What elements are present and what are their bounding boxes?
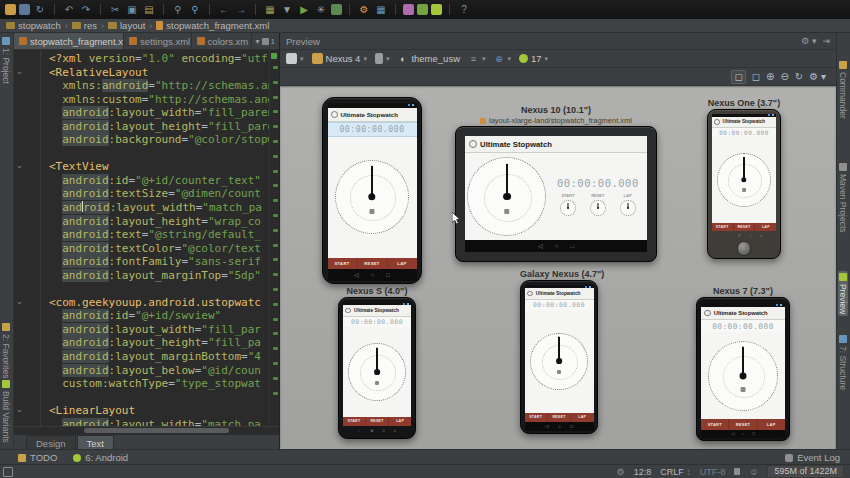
code-line[interactable]: android:textColor="@color/text (49, 242, 269, 256)
find-icon[interactable]: ⚲ (171, 3, 185, 17)
code-line[interactable]: android:background="@color/stopw (49, 133, 269, 147)
code-line[interactable]: xmlns:android="http://schemas.an (49, 79, 269, 93)
code-area[interactable]: <?xml version="1.0" encoding="utf-<Relat… (41, 50, 269, 426)
stripe-tab-maven-projects[interactable]: Maven Projects (838, 161, 848, 235)
breadcrumb-item[interactable]: stopwatch_fragment.xml (156, 20, 269, 31)
error-stripe[interactable] (269, 50, 279, 426)
back-icon[interactable]: ← (217, 3, 231, 17)
stripe-tab-1-project[interactable]: 1: Project (1, 35, 11, 86)
breadcrumb-item[interactable]: res (72, 20, 97, 31)
redo-icon[interactable]: ↷ (79, 3, 93, 17)
device-nexus-s[interactable]: Nexus S (4.0")Ultimate Stopwatch00:00:00… (338, 286, 416, 439)
fold-marker-icon[interactable]: ⌄ (16, 298, 23, 306)
code-line[interactable]: android:layout_width="match_pa (49, 418, 269, 426)
code-line[interactable]: android:layout_width="fill_par (49, 323, 269, 337)
caret-position[interactable]: 12:8 (634, 467, 652, 477)
device-monitor-icon[interactable] (403, 4, 414, 15)
sync-icon[interactable]: ↻ (33, 3, 47, 17)
sdk-manager-icon[interactable] (431, 4, 442, 15)
preview-gear-icon[interactable]: ⚙ ▾ (801, 36, 816, 46)
code-line[interactable]: custom:watchType="type_stopwat (49, 377, 269, 391)
code-line[interactable]: android:layout_marginBottom="4 (49, 350, 269, 364)
code-line[interactable]: <?xml version="1.0" encoding="utf- (49, 52, 269, 66)
preview-canvas[interactable]: Ultimate Stopwatch00:00:00.000STARTRESET… (280, 86, 836, 450)
event-log-button[interactable]: Event Log (785, 452, 840, 463)
encoding-indicator[interactable]: UTF-8 (700, 467, 726, 477)
code-line[interactable]: android:layout_below="@id/coun (49, 364, 269, 378)
help-icon[interactable]: ? (457, 3, 471, 17)
stripe-tab-build-variants[interactable]: Build Variants (1, 378, 11, 445)
cut-icon[interactable]: ✂ (108, 3, 122, 17)
paste-icon[interactable]: ▤ (142, 3, 156, 17)
preview-settings-gear-icon[interactable]: ⚙ ▾ (809, 72, 826, 82)
code-line[interactable]: android:layout_width="match_pa (49, 201, 269, 215)
editor-tab-stopwatch_fragment-xml[interactable]: stopwatch_fragment.xml× (14, 33, 124, 49)
orientation-selector[interactable]: ▾ (375, 53, 390, 64)
editor-tab-colors-xm[interactable]: colors.xm× (192, 33, 252, 49)
locale-selector[interactable]: ⊕ ▾ (494, 53, 512, 64)
tab-list-controls[interactable]: ▾1 (252, 33, 279, 49)
attach-debugger-icon[interactable] (331, 4, 342, 15)
horizontal-scrollbar[interactable] (14, 426, 279, 434)
layout-config-selector[interactable]: ▾ (286, 53, 304, 64)
avd-manager-icon[interactable] (417, 4, 428, 15)
activity-selector[interactable]: ≡ ▾ (468, 53, 486, 64)
scrollbar-thumb[interactable] (84, 428, 229, 433)
todo-toolwindow-button[interactable]: TODO (18, 452, 57, 463)
stripe-tab-preview[interactable]: Preview (838, 271, 848, 316)
code-line[interactable] (49, 282, 269, 296)
hide-panel-icon[interactable]: ⇥ (822, 36, 830, 46)
zoom-fit-icon[interactable]: ◻ (731, 70, 745, 84)
device-nexus-7[interactable]: Nexus 7 (7.3")Ultimate Stopwatch00:00:00… (696, 286, 790, 441)
code-line[interactable]: android:id="@+id/swview" (49, 309, 269, 323)
memory-indicator[interactable]: 595M of 1422M (767, 465, 844, 478)
refresh-icon[interactable]: ↻ (795, 72, 803, 82)
copy-icon[interactable]: ▣ (125, 3, 139, 17)
code-line[interactable]: <LinearLayout (49, 404, 269, 418)
code-line[interactable]: android:textSize="@dimen/count (49, 187, 269, 201)
code-line[interactable]: <TextView (49, 160, 269, 174)
save-icon[interactable] (19, 4, 30, 15)
breadcrumb-item[interactable]: layout (108, 20, 145, 31)
stripe-tab-2-favorites[interactable]: 2: Favorites (1, 321, 11, 380)
fold-marker-icon[interactable]: ⌄ (16, 68, 23, 76)
project-structure-icon[interactable]: ▦ (374, 3, 388, 17)
device-selector[interactable]: Nexus 4 ▾ (312, 53, 367, 64)
code-line[interactable]: android:layout_height="fill_pare (49, 120, 269, 134)
run-dropdown-icon[interactable]: ▼ (280, 3, 294, 17)
code-line[interactable]: android:layout_width="fill_paren (49, 106, 269, 120)
coverage-icon[interactable]: ✳ (314, 3, 328, 17)
code-line[interactable]: <RelativeLayout (49, 66, 269, 80)
code-line[interactable]: xmlns:custom="http://schemas.and (49, 93, 269, 107)
api-version-selector[interactable]: 17 ▾ (519, 53, 548, 64)
editor[interactable]: ⌄⌄⌄⌄ <?xml version="1.0" encoding="utf-<… (14, 50, 279, 426)
code-line[interactable] (49, 391, 269, 405)
readonly-lock-icon[interactable] (734, 468, 740, 475)
line-ending-selector[interactable]: CRLF ↕ (660, 467, 691, 477)
tab-design[interactable]: Design (26, 435, 76, 450)
code-line[interactable]: android:text="@string/default_ (49, 228, 269, 242)
replace-icon[interactable]: ⚲ (188, 3, 202, 17)
code-line[interactable] (49, 147, 269, 161)
code-line[interactable]: android:id="@+id/counter_text" (49, 174, 269, 188)
zoom-actual-icon[interactable]: ◻ (752, 72, 760, 82)
fold-marker-icon[interactable]: ⌄ (16, 406, 23, 414)
run-icon[interactable]: ▶ (297, 3, 311, 17)
android-toolwindow-button[interactable]: 6: Android (73, 452, 128, 463)
code-line[interactable]: android:layout_marginTop="5dp" (49, 269, 269, 283)
editor-tab-settings-xml[interactable]: settings.xml× (124, 33, 192, 49)
theme-selector[interactable]: ◐ theme_usw (397, 53, 460, 64)
tab-text[interactable]: Text (77, 435, 114, 450)
code-line[interactable]: <com.geekyouup.android.ustopwatc (49, 296, 269, 310)
run-config-icon[interactable]: ▦ (263, 3, 277, 17)
code-line[interactable]: android:layout_height="wrap_co (49, 215, 269, 229)
device-nexus-10[interactable]: Nexus 10 (10.1")layout-xlarge-land/stopw… (455, 105, 657, 262)
inspections-hector-icon[interactable]: ☺ (749, 467, 758, 477)
undo-icon[interactable]: ↶ (62, 3, 76, 17)
device-nexus-one[interactable]: Nexus One (3.7")Ultimate Stopwatch00:00:… (707, 98, 781, 259)
settings-wrench-icon[interactable]: ⚙ (357, 3, 371, 17)
device-nexus-4[interactable]: Ultimate Stopwatch00:00:00.000STARTRESET… (322, 97, 422, 284)
zoom-in-icon[interactable]: ⊕ (766, 72, 774, 82)
breadcrumb-item[interactable]: stopwatch (6, 20, 61, 31)
code-line[interactable]: android:layout_height="fill_pa (49, 336, 269, 350)
